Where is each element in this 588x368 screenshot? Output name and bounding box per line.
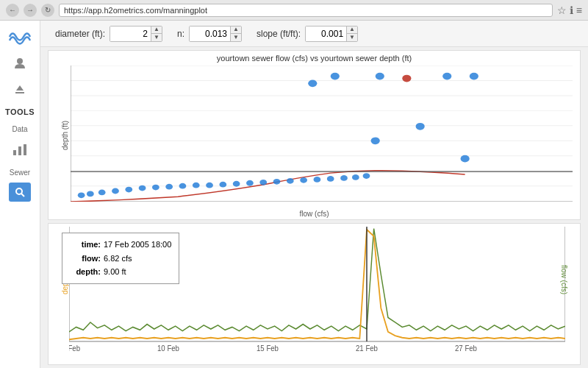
svg-point-44 (112, 188, 119, 194)
scatter-chart-title: yourtown sewer flow (cfs) vs yourtown se… (49, 51, 580, 64)
slope-input-wrap: ▲ ▼ (305, 26, 358, 42)
svg-point-60 (327, 176, 334, 182)
svg-text:27 Feb: 27 Feb (455, 344, 477, 351)
svg-text:04 Feb: 04 Feb (69, 344, 80, 351)
diameter-input[interactable] (110, 26, 151, 41)
svg-point-65 (376, 73, 384, 80)
svg-point-53 (233, 181, 240, 187)
svg-rect-1 (15, 92, 24, 93)
svg-rect-3 (13, 150, 16, 155)
star-icon: ☆ (557, 4, 567, 16)
svg-point-67 (442, 73, 451, 80)
svg-point-43 (98, 190, 106, 196)
svg-point-62 (352, 174, 359, 180)
tooltip-flow-row: flow: 6.82 cfs (70, 252, 171, 266)
forward-button[interactable]: → (24, 4, 37, 17)
slope-down[interactable]: ▼ (347, 34, 357, 41)
n-up[interactable]: ▲ (231, 26, 241, 34)
diameter-input-wrap: ▲ ▼ (110, 26, 162, 42)
diameter-down[interactable]: ▼ (151, 34, 162, 41)
app-logo (7, 26, 33, 47)
diameter-control: diameter (ft): ▲ ▼ (55, 26, 162, 42)
svg-point-51 (206, 183, 213, 188)
svg-point-56 (273, 179, 281, 185)
browser-chrome: ← → ↻ https://app.h2ometrics.com/manning… (0, 0, 588, 21)
scatter-svg: 0 1 2 3 4 5 6 7 8 9 0 1 2 3 4 5 (71, 66, 573, 202)
svg-point-50 (193, 183, 200, 188)
user-icon[interactable] (10, 53, 30, 74)
browser-icons: ☆ ℹ ≡ (557, 4, 582, 16)
chart-icon[interactable] (10, 139, 30, 160)
svg-text:10 Feb: 10 Feb (157, 344, 179, 351)
app-container: TOOLS Data Sewer diameter (ft): ▲ ▼ (0, 21, 588, 368)
n-down[interactable]: ▼ (231, 34, 241, 41)
svg-point-64 (331, 73, 340, 80)
svg-point-55 (259, 180, 267, 185)
main-content: diameter (ft): ▲ ▼ n: ▲ ▼ (40, 21, 588, 368)
diameter-up[interactable]: ▲ (151, 26, 162, 34)
svg-point-57 (287, 178, 294, 184)
svg-point-45 (125, 187, 132, 193)
address-bar[interactable]: https://app.h2ometrics.com/manningplot (59, 4, 553, 17)
svg-point-0 (17, 58, 23, 64)
tooltip-time-value: 17 Feb 2005 18:00 (104, 238, 171, 252)
sewer-label: Sewer (10, 169, 30, 177)
svg-marker-2 (16, 85, 24, 91)
tooltip-depth-row: depth: 9.00 ft (70, 265, 171, 279)
svg-point-72 (461, 155, 470, 163)
n-spinner: ▲ ▼ (230, 26, 241, 41)
tooltip-time-row: time: 17 Feb 2005 18:00 (70, 238, 171, 252)
tooltip-time-key: time: (70, 238, 101, 252)
svg-point-70 (371, 137, 380, 144)
svg-point-47 (152, 185, 159, 191)
svg-point-69 (308, 79, 317, 87)
svg-rect-4 (18, 146, 21, 155)
menu-icon: ≡ (576, 4, 582, 16)
tooltip-flow-value: 6.82 cfs (104, 252, 132, 266)
reload-button[interactable]: ↻ (41, 4, 54, 17)
charts-area: yourtown sewer flow (cfs) vs yourtown se… (40, 47, 588, 368)
svg-point-42 (87, 191, 94, 197)
n-label: n: (177, 29, 184, 39)
slope-spinner: ▲ ▼ (346, 26, 357, 41)
info-icon: ℹ (570, 4, 573, 16)
scatter-x-axis-label: flow (cfs) (300, 210, 329, 218)
svg-point-46 (139, 185, 146, 191)
n-control: n: ▲ ▼ (177, 26, 242, 42)
svg-rect-5 (24, 144, 26, 155)
timeseries-chart: depth (ft) flow (cfs) time: 17 Feb 2005 … (48, 223, 581, 365)
scatter-y-axis-label: depth (ft) (61, 121, 69, 150)
svg-point-63 (363, 173, 370, 179)
diameter-spinner: ▲ ▼ (151, 26, 162, 41)
svg-point-52 (219, 182, 226, 188)
svg-point-66 (402, 75, 411, 82)
tooltip-depth-key: depth: (70, 265, 101, 279)
svg-point-6 (16, 188, 22, 194)
tooltip-depth-value: 9.00 ft (104, 265, 126, 279)
svg-point-71 (416, 123, 425, 130)
slope-label: slope (ft/ft): (257, 29, 301, 39)
svg-line-7 (21, 194, 24, 197)
svg-text:21 Feb: 21 Feb (356, 344, 378, 351)
svg-point-59 (314, 177, 321, 183)
tools-label: TOOLS (5, 107, 35, 116)
svg-point-68 (470, 73, 478, 80)
slope-input[interactable] (306, 26, 346, 41)
n-input-wrap: ▲ ▼ (189, 26, 242, 42)
svg-point-49 (179, 183, 187, 189)
svg-point-48 (165, 184, 173, 190)
scatter-chart: yourtown sewer flow (cfs) vs yourtown se… (48, 50, 581, 220)
svg-point-58 (300, 177, 307, 183)
svg-point-41 (78, 192, 85, 198)
svg-point-61 (340, 175, 348, 181)
data-label: Data (12, 125, 27, 133)
tooltip-box: time: 17 Feb 2005 18:00 flow: 6.82 cfs d… (62, 233, 179, 284)
back-button[interactable]: ← (6, 4, 19, 17)
upload-icon[interactable] (10, 79, 30, 100)
slope-up[interactable]: ▲ (347, 26, 357, 34)
n-input[interactable] (190, 26, 230, 41)
svg-text:15 Feb: 15 Feb (257, 344, 279, 351)
sidebar: TOOLS Data Sewer (0, 21, 40, 368)
search-button[interactable] (9, 183, 31, 202)
controls-bar: diameter (ft): ▲ ▼ n: ▲ ▼ (40, 21, 588, 47)
